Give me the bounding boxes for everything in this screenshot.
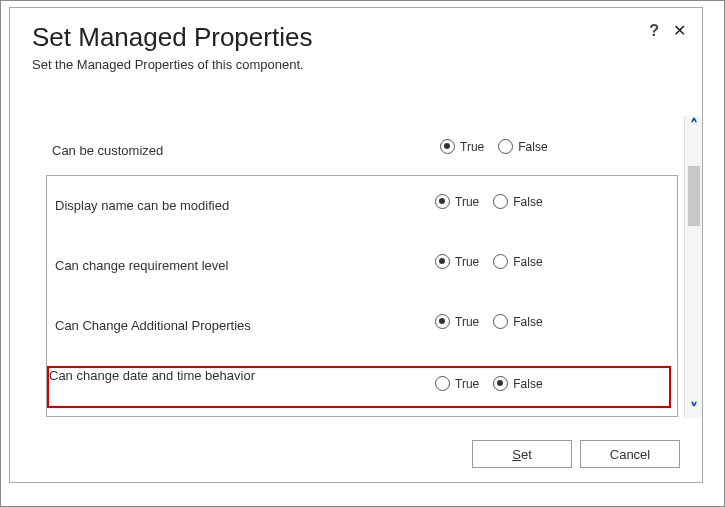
dialog-body: part of a managed solution. Can be custo… <box>46 118 678 412</box>
dialog-subtitle: Set the Managed Properties of this compo… <box>32 57 680 72</box>
button-label: Cancel <box>610 447 650 462</box>
radio-icon <box>493 254 508 269</box>
dialog-title: Set Managed Properties <box>32 22 680 53</box>
cancel-button[interactable]: Cancel <box>580 440 680 468</box>
radio-false[interactable]: False <box>498 139 547 154</box>
help-icon[interactable]: ? <box>649 22 659 40</box>
radio-icon <box>435 376 450 391</box>
radio-label: False <box>513 377 542 391</box>
radio-group: True False <box>435 314 543 329</box>
scroll-down-icon[interactable]: ˅ <box>685 400 703 418</box>
property-display-name: Display name can be modified True False <box>47 176 677 236</box>
radio-icon <box>493 194 508 209</box>
property-requirement-level: Can change requirement level True False <box>47 236 677 296</box>
property-additional-properties: Can Change Additional Properties True Fa… <box>47 296 677 356</box>
property-can-be-customized: Can be customized True False <box>46 139 678 169</box>
radio-group: True False <box>435 376 543 391</box>
radio-true[interactable]: True <box>435 314 479 329</box>
radio-icon <box>493 314 508 329</box>
scrollbar[interactable]: ˄ ˅ <box>684 116 702 418</box>
property-label: Can Change Additional Properties <box>55 318 251 333</box>
radio-label: False <box>513 255 542 269</box>
radio-label: True <box>460 140 484 154</box>
radio-group: True False <box>435 254 543 269</box>
dialog-footer: Set Cancel <box>472 440 680 468</box>
radio-icon <box>435 194 450 209</box>
radio-label: True <box>455 255 479 269</box>
properties-box: Display name can be modified True False <box>46 175 678 417</box>
radio-group: True False <box>435 194 543 209</box>
button-label-rest: et <box>521 447 532 462</box>
scroll-thumb[interactable] <box>688 166 700 226</box>
dialog-header: Set Managed Properties Set the Managed P… <box>10 8 702 80</box>
radio-false[interactable]: False <box>493 376 542 391</box>
radio-icon <box>493 376 508 391</box>
radio-group: True False <box>440 139 548 154</box>
radio-icon <box>435 314 450 329</box>
property-date-time-behavior: Can change date and time behavior True F… <box>47 366 671 408</box>
radio-label: True <box>455 377 479 391</box>
radio-false[interactable]: False <box>493 194 542 209</box>
property-label: Display name can be modified <box>55 198 229 213</box>
button-accel: S <box>512 447 521 462</box>
radio-true[interactable]: True <box>440 139 484 154</box>
dialog: Set Managed Properties Set the Managed P… <box>9 7 703 483</box>
set-button[interactable]: Set <box>472 440 572 468</box>
property-label: Can change date and time behavior <box>49 368 255 383</box>
radio-false[interactable]: False <box>493 254 542 269</box>
scroll-up-icon[interactable]: ˄ <box>685 116 703 134</box>
radio-label: True <box>455 315 479 329</box>
radio-icon <box>435 254 450 269</box>
close-icon[interactable]: ✕ <box>673 23 686 39</box>
property-label: Can be customized <box>52 143 163 158</box>
radio-label: False <box>518 140 547 154</box>
radio-true[interactable]: True <box>435 376 479 391</box>
radio-icon <box>498 139 513 154</box>
radio-false[interactable]: False <box>493 314 542 329</box>
radio-label: False <box>513 195 542 209</box>
radio-icon <box>440 139 455 154</box>
radio-label: True <box>455 195 479 209</box>
property-label: Can change requirement level <box>55 258 228 273</box>
radio-true[interactable]: True <box>435 254 479 269</box>
radio-true[interactable]: True <box>435 194 479 209</box>
radio-label: False <box>513 315 542 329</box>
